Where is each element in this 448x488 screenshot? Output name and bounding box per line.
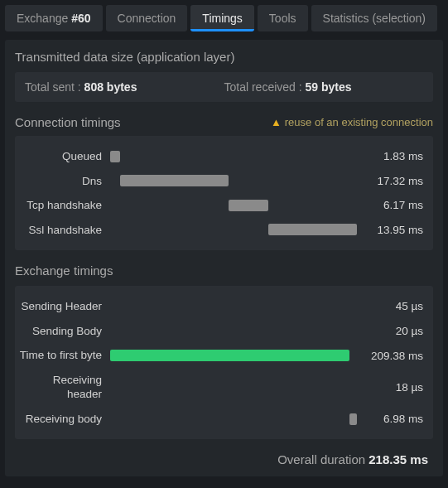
timing-label: Ssl handshake: [15, 223, 110, 238]
tab-bar: Exchange #60 Connection Timings Tools St…: [5, 5, 443, 31]
tab-exchange[interactable]: Exchange #60: [5, 5, 103, 31]
timing-row: Ssl handshake13.95 ms: [15, 218, 423, 243]
connection-timings-block: Queued1.83 msDns17.32 msTcp handshake6.1…: [15, 136, 433, 250]
timing-label: Receiving body: [15, 412, 110, 427]
reuse-warning: ▲ reuse of an existing connection: [271, 116, 433, 128]
totals-box: Total sent : 808 bytes Total received : …: [15, 72, 433, 102]
tab-tools[interactable]: Tools: [258, 5, 308, 31]
timing-bar: [110, 350, 349, 361]
timing-label: Sending Header: [15, 299, 110, 314]
timing-bar-area: [110, 326, 357, 337]
overall-duration: Overall duration 218.35 ms: [15, 452, 433, 466]
timing-value: 13.95 ms: [357, 224, 423, 236]
timing-value: 1.83 ms: [357, 150, 423, 162]
timings-panel: Transmitted data size (application layer…: [5, 40, 443, 476]
tab-statistics[interactable]: Statistics (selection): [311, 5, 437, 31]
tab-timings[interactable]: Timings: [190, 5, 254, 31]
timing-label: Tcp handshake: [15, 198, 110, 213]
timing-value: 209.38 ms: [357, 350, 423, 362]
timing-row: Receiving header18 µs: [15, 368, 423, 407]
timing-row: Time to first byte209.38 ms: [15, 343, 423, 368]
timing-bar: [120, 175, 229, 186]
timing-label: Sending Body: [15, 324, 110, 339]
timing-bar: [268, 224, 357, 235]
timing-label: Dns: [15, 174, 110, 189]
timing-bar-area: [110, 200, 357, 211]
timing-bar-area: [110, 350, 357, 361]
exchange-timings-title: Exchange timings: [15, 263, 433, 278]
timing-bar-area: [110, 301, 357, 312]
timing-value: 20 µs: [357, 325, 423, 337]
total-sent: Total sent : 808 bytes: [25, 80, 224, 94]
timing-label: Queued: [15, 149, 110, 164]
timing-bar-area: [110, 151, 357, 162]
connection-timings-title: Connection timings: [15, 115, 121, 129]
timing-row: Dns17.32 ms: [15, 169, 423, 194]
timing-row: Tcp handshake6.17 ms: [15, 193, 423, 218]
timing-row: Queued1.83 ms: [15, 144, 423, 169]
timing-bar: [110, 151, 120, 162]
timing-bar-area: [110, 381, 357, 393]
timing-bar: [349, 413, 357, 425]
timing-label: Time to first byte: [15, 348, 110, 363]
connection-timings-header: Connection timings ▲ reuse of an existin…: [15, 115, 433, 129]
timing-value: 18 µs: [357, 381, 423, 394]
total-received: Total received : 59 bytes: [224, 80, 424, 94]
timing-bar-area: [110, 413, 357, 425]
exchange-timings-block: Sending Header45 µsSending Body20 µsTime…: [15, 286, 433, 439]
timing-bar-area: [110, 175, 357, 186]
timing-value: 17.32 ms: [357, 175, 423, 187]
timing-bar-area: [110, 224, 357, 235]
timing-row: Sending Body20 µs: [15, 319, 423, 344]
timing-row: Sending Header45 µs: [15, 294, 423, 319]
timing-row: Receiving body6.98 ms: [15, 407, 423, 432]
timing-label: Receiving header: [15, 373, 110, 402]
timing-value: 6.98 ms: [357, 413, 423, 425]
timing-value: 45 µs: [357, 300, 423, 312]
tab-connection[interactable]: Connection: [106, 5, 188, 31]
timing-bar: [229, 200, 268, 211]
transmitted-title: Transmitted data size (application layer…: [15, 50, 433, 64]
warning-icon: ▲: [271, 116, 282, 128]
timing-value: 6.17 ms: [357, 199, 423, 211]
